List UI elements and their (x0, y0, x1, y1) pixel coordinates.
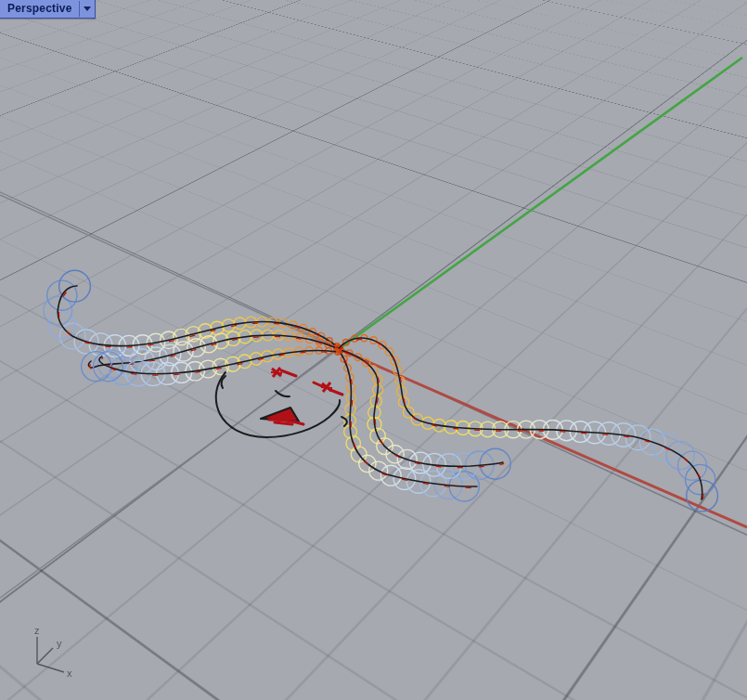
gizmo-label-y: y (57, 638, 62, 649)
y-axis-green (339, 58, 742, 349)
gizmo-y-axis (37, 648, 53, 664)
face-eye-left[interactable] (271, 372, 282, 373)
gizmo-x-axis (37, 664, 64, 672)
viewport-menu-button[interactable] (80, 0, 95, 18)
face-nose[interactable] (276, 391, 290, 396)
y-axis-negative (0, 349, 339, 598)
face-lash[interactable] (330, 390, 342, 395)
face-lash[interactable] (281, 370, 296, 376)
face-outline[interactable] (216, 372, 340, 437)
perspective-viewport[interactable]: zyx Perspective (0, 0, 747, 700)
face-mouth-scribble[interactable] (275, 422, 292, 424)
viewport-label[interactable]: Perspective (0, 0, 96, 19)
strand-right-long[interactable] (339, 338, 702, 499)
x-axis-negative (0, 195, 339, 349)
scene-canvas[interactable]: zyx (0, 0, 747, 700)
face-lash[interactable] (314, 382, 322, 386)
gizmo-label-z: z (34, 625, 40, 636)
gizmo-label-x: x (67, 668, 72, 679)
dropdown-arrow-icon (84, 6, 91, 11)
viewport-title: Perspective (7, 0, 79, 18)
